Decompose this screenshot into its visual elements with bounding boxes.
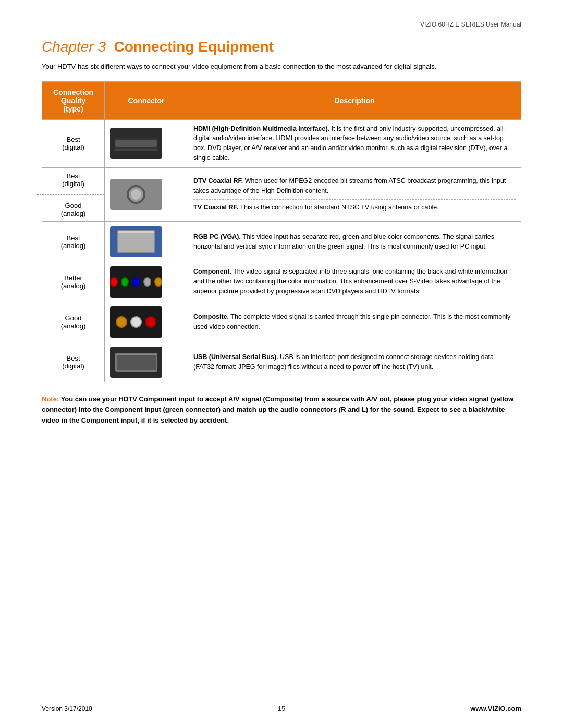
quality-cell-usb: Best(digital) bbox=[42, 342, 105, 382]
desc-cell-usb: USB (Universal Serial Bus). USB is an in… bbox=[188, 342, 521, 382]
desc-cell-component: Component. The video signal is separated… bbox=[188, 262, 521, 302]
footer-website: www.VIZIO.com bbox=[470, 705, 521, 712]
comp-dot-white bbox=[143, 277, 151, 287]
desc-bold-hdmi: HDMI (High-Definition Multimedia Interfa… bbox=[193, 125, 329, 132]
vga-icon bbox=[110, 226, 162, 257]
connector-cell-hdmi bbox=[105, 119, 188, 167]
intro-paragraph: Your HDTV has six different ways to conn… bbox=[42, 61, 521, 72]
desc-bold-component: Component. bbox=[193, 268, 231, 275]
footer-page-number: 15 bbox=[278, 705, 285, 712]
chapter-title: Chapter 3 Connecting Equipment bbox=[42, 39, 521, 55]
component-icon bbox=[110, 266, 162, 298]
col-header-description: Description bbox=[188, 81, 521, 119]
footer-version: Version 3/17/2010 bbox=[42, 705, 92, 712]
comp-dot-r bbox=[145, 316, 156, 328]
note-text: You can use your HDTV Component input to… bbox=[42, 395, 513, 425]
quality-cell-composite: Good(analog) bbox=[42, 302, 105, 342]
table-row: Best(digital) USB (Universal Serial Bus)… bbox=[42, 342, 521, 382]
table-row: Best(digital) Good(analog) DTV Coaxial R… bbox=[42, 167, 521, 221]
desc-bold-coaxial-dtv: DTV Coaxial RF. bbox=[193, 177, 243, 184]
comp-dot-y bbox=[116, 316, 127, 328]
connector-cell-vga bbox=[105, 221, 188, 262]
comp-dot-yellow bbox=[154, 277, 162, 287]
usb-icon bbox=[110, 347, 162, 378]
desc-cell-vga: RGB PC (VGA). This video input has separ… bbox=[188, 221, 521, 262]
table-row: Better(analog) Component. The video sign… bbox=[42, 262, 521, 302]
comp-dot-blue bbox=[132, 277, 140, 287]
note-label: Note: bbox=[42, 395, 59, 403]
connector-cell-coaxial bbox=[105, 167, 188, 221]
note-section: Note: You can use your HDTV Component in… bbox=[42, 394, 521, 426]
coaxial-divider bbox=[193, 199, 516, 200]
col-header-quality: ConnectionQuality(type) bbox=[42, 81, 105, 119]
comp-dot-w1 bbox=[130, 316, 142, 328]
table-row: Best(digital) HDMI (High-Definition Mult… bbox=[42, 119, 521, 167]
connector-cell-composite bbox=[105, 302, 188, 342]
table-header-row: ConnectionQuality(type) Connector Descri… bbox=[42, 81, 521, 119]
quality-cell-coaxial: Best(digital) Good(analog) bbox=[42, 167, 105, 221]
quality-cell-vga: Best(analog) bbox=[42, 221, 105, 262]
desc-bold-coaxial-tv: TV Coaxial RF. bbox=[193, 204, 238, 211]
quality-cell-component: Better(analog) bbox=[42, 262, 105, 302]
quality-cell-hdmi: Best(digital) bbox=[42, 119, 105, 167]
desc-cell-hdmi: HDMI (High-Definition Multimedia Interfa… bbox=[188, 119, 521, 167]
manual-title: VIZIO 60HZ E SERIES User Manual bbox=[420, 21, 521, 28]
page-header: VIZIO 60HZ E SERIES User Manual bbox=[42, 21, 521, 28]
comp-dot-green bbox=[121, 277, 129, 287]
desc-cell-coaxial: DTV Coaxial RF. When used for MPEG2 enco… bbox=[188, 167, 521, 221]
col-header-connector: Connector bbox=[105, 81, 188, 119]
desc-bold-composite: Composite. bbox=[193, 313, 229, 320]
coaxial-icon bbox=[110, 179, 162, 210]
connector-cell-usb bbox=[105, 342, 188, 382]
desc-bold-usb: USB (Universal Serial Bus). bbox=[193, 353, 278, 361]
composite-icon bbox=[110, 306, 162, 338]
desc-bold-vga: RGB PC (VGA). bbox=[193, 233, 241, 240]
page: VIZIO 60HZ E SERIES User Manual Chapter … bbox=[0, 0, 563, 728]
comp-dot-red bbox=[110, 277, 118, 287]
table-row: Best(analog) RGB PC (VGA). This video in… bbox=[42, 221, 521, 262]
chapter-label: Chapter 3 bbox=[42, 39, 106, 55]
hdmi-icon bbox=[110, 128, 162, 159]
desc-cell-composite: Composite. The complete video signal is … bbox=[188, 302, 521, 342]
connector-cell-component bbox=[105, 262, 188, 302]
connection-table: ConnectionQuality(type) Connector Descri… bbox=[42, 81, 521, 382]
table-row: Good(analog) Composite. The complete vid… bbox=[42, 302, 521, 342]
chapter-name: Connecting Equipment bbox=[114, 39, 274, 55]
